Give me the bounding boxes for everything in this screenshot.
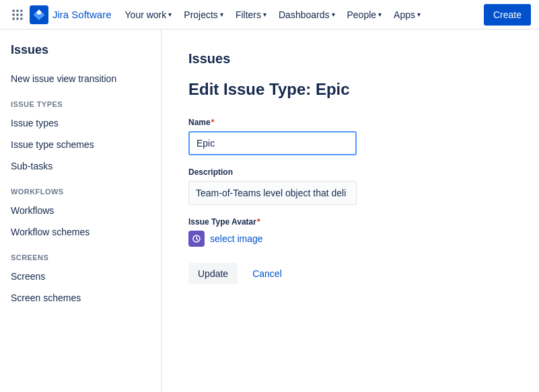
sidebar-item-issue-type-schemes[interactable]: Issue type schemes bbox=[0, 134, 161, 155]
dashboards-nav[interactable]: Dashboards ▾ bbox=[273, 4, 340, 26]
sidebar-section-screens: SCREENS bbox=[0, 243, 161, 266]
form-actions: Update Cancel bbox=[188, 263, 512, 284]
sidebar-section-workflows: WORKFLOWS bbox=[0, 177, 161, 200]
chevron-down-icon: ▾ bbox=[263, 11, 266, 18]
layout: Issues New issue view transition ISSUE T… bbox=[0, 30, 539, 392]
svg-rect-0 bbox=[13, 9, 15, 11]
select-image-link[interactable]: select image bbox=[210, 233, 263, 244]
svg-rect-4 bbox=[16, 13, 18, 15]
projects-nav[interactable]: Projects ▾ bbox=[178, 4, 229, 26]
name-input[interactable] bbox=[188, 131, 357, 155]
filters-nav[interactable]: Filters ▾ bbox=[230, 4, 272, 26]
svg-rect-6 bbox=[13, 17, 15, 19]
update-button[interactable]: Update bbox=[188, 263, 238, 284]
topnav-nav: Your work ▾ Projects ▾ Filters ▾ Dashboa… bbox=[120, 4, 426, 26]
svg-rect-5 bbox=[20, 13, 22, 15]
name-field-group: Name* bbox=[188, 118, 512, 155]
svg-rect-7 bbox=[16, 17, 18, 19]
logo-text: Jira Software bbox=[52, 9, 112, 20]
svg-rect-8 bbox=[20, 17, 22, 19]
chevron-down-icon: ▾ bbox=[417, 11, 421, 18]
chevron-down-icon: ▾ bbox=[332, 11, 335, 18]
sidebar-section-issue-types: ISSUE TYPES bbox=[0, 89, 161, 112]
avatar-label: Issue Type Avatar* bbox=[188, 217, 512, 227]
sidebar-item-workflows[interactable]: Workflows bbox=[0, 200, 161, 221]
chevron-down-icon: ▾ bbox=[378, 11, 382, 18]
svg-rect-3 bbox=[13, 13, 15, 15]
sidebar-item-issue-types[interactable]: Issue types bbox=[0, 112, 161, 134]
main-content: Issues Edit Issue Type: Epic Name* Descr… bbox=[161, 30, 539, 392]
your-work-nav[interactable]: Your work ▾ bbox=[120, 4, 178, 26]
page-subtitle: Edit Issue Type: Epic bbox=[188, 80, 512, 99]
sidebar-item-subtasks[interactable]: Sub-tasks bbox=[0, 155, 161, 177]
svg-rect-9 bbox=[30, 5, 48, 24]
avatar-section: select image bbox=[188, 231, 512, 247]
avatar-icon bbox=[188, 231, 205, 247]
sidebar: Issues New issue view transition ISSUE T… bbox=[0, 30, 161, 392]
avatar-field-group: Issue Type Avatar* select image bbox=[188, 217, 512, 247]
name-label: Name* bbox=[188, 118, 512, 127]
apps-nav[interactable]: Apps ▾ bbox=[388, 4, 426, 26]
description-input[interactable] bbox=[188, 181, 357, 205]
create-button[interactable]: Create bbox=[484, 4, 531, 26]
chevron-down-icon: ▾ bbox=[168, 11, 172, 18]
sidebar-item-new-issue-view[interactable]: New issue view transition bbox=[0, 68, 161, 89]
sidebar-item-workflow-schemes[interactable]: Workflow schemes bbox=[0, 221, 161, 243]
topnav: Jira Software Your work ▾ Projects ▾ Fil… bbox=[0, 0, 539, 30]
grid-icon[interactable] bbox=[8, 5, 27, 24]
sidebar-item-screen-schemes[interactable]: Screen schemes bbox=[0, 287, 161, 309]
page-title: Issues bbox=[188, 51, 512, 67]
chevron-down-icon: ▾ bbox=[220, 11, 223, 18]
svg-rect-1 bbox=[16, 9, 18, 11]
description-field-group: Description bbox=[188, 167, 512, 205]
cancel-button[interactable]: Cancel bbox=[243, 263, 291, 284]
logo[interactable]: Jira Software bbox=[30, 5, 112, 24]
svg-rect-2 bbox=[20, 9, 22, 11]
description-label: Description bbox=[188, 167, 512, 177]
sidebar-item-screens[interactable]: Screens bbox=[0, 266, 161, 287]
sidebar-header: Issues bbox=[0, 43, 161, 68]
people-nav[interactable]: People ▾ bbox=[342, 4, 388, 26]
